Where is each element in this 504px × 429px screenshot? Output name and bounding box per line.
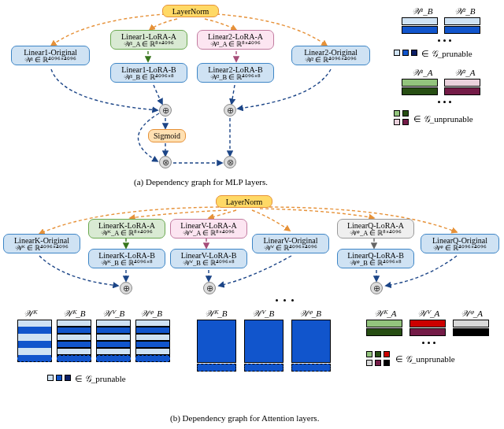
vo-sub: 𝒲ⱽ ∈ ℝ⁴⁰⁹⁶ˣ⁴⁰⁹⁶	[255, 245, 326, 252]
linear2-lora-b: Linear2-LoRA-B 𝒲²_B ∈ ℝ⁴⁰⁹⁶ˣ⁸	[197, 63, 274, 83]
leg-b-prunable: ∈ 𝒢_prunable	[75, 374, 126, 384]
leg-br-bar3	[410, 320, 446, 327]
caption-a: (a) Dependency graph for MLP layers.	[134, 177, 268, 187]
linear1-original: Linear1-Original 𝒲¹ ∈ ℝ⁴⁰⁹⁶ˣ⁴⁰⁹⁶	[11, 46, 90, 65]
leg-bc-bar1	[197, 320, 236, 363]
leg-a-w1a: 𝒲¹_A	[412, 68, 433, 78]
va-sub: 𝒲ⱽ_A ∈ ℝ⁸ˣ⁴⁰⁹⁶	[173, 230, 244, 237]
leg-b-wvb-r1	[96, 320, 131, 327]
leg-bc-wvb: 𝒲ⱽ_B	[252, 309, 274, 319]
sigmoid-label: Sigmoid	[150, 131, 183, 140]
qo-sub: 𝒲ᵠ ∈ ℝ⁴⁰⁹⁶ˣ⁴⁰⁹⁶	[424, 245, 496, 252]
l1a-sub: 𝒲¹_A ∈ ℝ⁸ˣ⁴⁰⁹⁶	[113, 41, 184, 48]
leg-b-wkb-r3	[57, 334, 91, 341]
leg-br-bar5	[453, 320, 489, 327]
leg-b-wkb-r4	[57, 341, 91, 348]
leg-br-sq4	[366, 360, 372, 366]
qa-sub: 𝒲ᵠ_A ∈ ℝ⁸ˣ⁴⁰⁹⁶	[340, 230, 411, 237]
leg-bc-wqb: 𝒲ᵠ_B	[299, 309, 321, 319]
linearv-original: LinearV-Original 𝒲ⱽ ∈ ℝ⁴⁰⁹⁶ˣ⁴⁰⁹⁶	[252, 234, 329, 253]
leg-b-wkb-r6	[57, 355, 91, 362]
leg-br-bar6	[453, 328, 489, 336]
leg-b-wqb-r3	[135, 334, 170, 341]
linear1-original-sub: 𝒲¹ ∈ ℝ⁴⁰⁹⁶ˣ⁴⁰⁹⁶	[14, 57, 87, 64]
leg-bc-bar1b	[197, 364, 236, 372]
leg-a-sq3	[411, 50, 417, 56]
caption-b: (b) Dependency graph for Attention layer…	[170, 413, 319, 423]
leg-a-prunable: ∈ 𝒢_prunable	[421, 49, 472, 59]
add2-a: ⊕	[224, 104, 236, 116]
leg-b-wk-r3	[17, 334, 52, 341]
lineark-lora-a: LinearK-LoRA-A 𝒲ᴷ_A ∈ ℝ⁸ˣ⁴⁰⁹⁶	[88, 219, 165, 239]
leg-a-dot2	[443, 39, 446, 42]
leg-br-bar4	[410, 328, 446, 336]
linearq-original: LinearQ-Original 𝒲ᵠ ∈ ℝ⁴⁰⁹⁶ˣ⁴⁰⁹⁶	[421, 234, 499, 253]
leg-a-w2a: 𝒲²_A	[454, 68, 476, 78]
linearv-lora-b: LinearV-LoRA-B 𝒲ⱽ_B ∈ ℝ⁴⁰⁹⁶ˣ⁸	[170, 249, 247, 268]
leg-br-dot1	[422, 342, 424, 344]
leg-b-wk-r2	[17, 327, 52, 334]
linearq-lora-a: LinearQ-LoRA-A 𝒲ᵠ_A ∈ ℝ⁸ˣ⁴⁰⁹⁶	[337, 219, 414, 239]
leg-bc-bar3b	[291, 364, 331, 372]
kb-sub: 𝒲ᴷ_B ∈ ℝ⁴⁰⁹⁶ˣ⁸	[91, 260, 162, 267]
leg-a-bar3	[444, 17, 480, 25]
leg-b-wkb-r2	[57, 327, 91, 334]
leg-b-wkb-r1	[57, 320, 91, 327]
leg-br-wka: 𝒲ᴷ_A	[374, 309, 396, 319]
leg-b-wqb-r2	[135, 327, 170, 334]
linear2-lora-a: Linear2-LoRA-A 𝒲²_A ∈ ℝ⁸ˣ⁴⁰⁹⁶	[197, 30, 274, 50]
linear2-original-sub: 𝒲² ∈ ℝ⁴⁰⁹⁶ˣ⁴⁰⁹⁶	[295, 57, 367, 64]
layernorm-a: LayerNorm	[162, 5, 219, 17]
leg-a-bar4	[444, 26, 480, 34]
leg-a-sq5	[402, 110, 409, 116]
leg-a-dot4	[438, 101, 440, 103]
vb-sub: 𝒲ⱽ_B ∈ ℝ⁴⁰⁹⁶ˣ⁸	[173, 260, 244, 267]
layernorm-a-label: LayerNorm	[165, 7, 216, 16]
leg-a-bar5	[402, 79, 438, 87]
leg-b-wvb: 𝒲ⱽ_B	[102, 309, 124, 319]
leg-b-wvb-r3	[96, 334, 131, 341]
leg-b-wk-r1	[17, 320, 52, 327]
leg-br-sq6	[384, 360, 390, 366]
leg-b-wkb-r5	[57, 348, 91, 355]
lineark-lora-b: LinearK-LoRA-B 𝒲ᴷ_B ∈ ℝ⁴⁰⁹⁶ˣ⁸	[88, 249, 165, 268]
leg-b-wk-r5	[17, 348, 52, 355]
linearq-lora-b: LinearQ-LoRA-B 𝒲ᵠ_B ∈ ℝ⁴⁰⁹⁶ˣ⁸	[337, 249, 414, 268]
leg-a-unprunable: ∈ 𝒢_unprunable	[413, 114, 473, 124]
leg-br-sq3	[384, 351, 390, 357]
leg-bc-wkb: 𝒲ᴷ_B	[205, 309, 227, 319]
leg-b-wvb-r5	[96, 348, 131, 355]
b-ell2	[284, 299, 286, 301]
add1-a: ⊕	[159, 104, 172, 116]
addq: ⊕	[370, 282, 383, 294]
leg-b-wqb: 𝒲ᵠ_B	[140, 309, 162, 319]
layernorm-b: LayerNorm	[216, 195, 272, 208]
leg-b-wk: 𝒲ᴷ	[24, 309, 36, 319]
ko-sub: 𝒲ᴷ ∈ ℝ⁴⁰⁹⁶ˣ⁴⁰⁹⁶	[6, 245, 77, 252]
b-ell3	[291, 299, 294, 301]
leg-br-wva: 𝒲ⱽ_A	[417, 309, 439, 319]
leg-a-sq7	[402, 119, 409, 125]
qb-sub: 𝒲ᵠ_B ∈ ℝ⁴⁰⁹⁶ˣ⁸	[340, 260, 411, 267]
leg-b-wvb-r2	[96, 327, 131, 334]
leg-a-w2b: 𝒲²_B	[454, 6, 476, 17]
leg-a-sq6	[394, 119, 400, 125]
leg-a-sq2	[402, 50, 409, 56]
addv: ⊕	[203, 282, 216, 294]
leg-a-w1b: 𝒲¹_B	[412, 6, 433, 17]
leg-b-wkb: 𝒲ᴷ_B	[63, 309, 85, 319]
leg-a-dot6	[449, 101, 451, 103]
leg-b-wvb-r6	[96, 355, 131, 362]
leg-b-sq3	[65, 375, 71, 381]
leg-bc-bar3	[291, 320, 331, 363]
leg-a-bar8	[444, 87, 480, 95]
ka-sub: 𝒲ᴷ_A ∈ ℝ⁸ˣ⁴⁰⁹⁶	[91, 230, 162, 237]
leg-a-dot5	[443, 101, 446, 103]
leg-br-sq5	[375, 360, 381, 366]
leg-a-dot3	[449, 39, 451, 42]
leg-b-sq2	[56, 375, 62, 381]
leg-a-bar1	[402, 17, 438, 25]
leg-br-bar1	[366, 320, 402, 327]
leg-br-dot3	[433, 342, 435, 344]
leg-a-bar7	[444, 79, 480, 87]
